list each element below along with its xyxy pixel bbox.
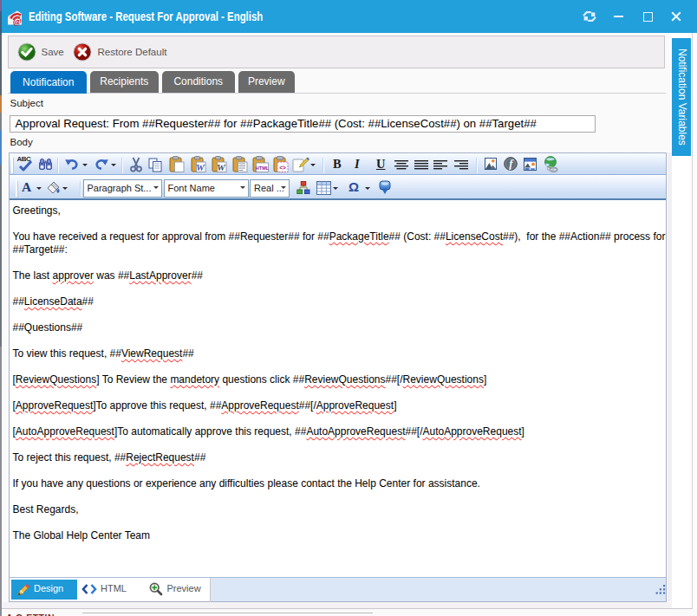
svg-text:@: @: [13, 16, 22, 26]
svg-text:W: W: [196, 162, 205, 172]
svg-text:W: W: [217, 162, 226, 172]
svg-text:<>: <>: [279, 165, 286, 171]
svg-text:HTML: HTML: [255, 165, 268, 171]
